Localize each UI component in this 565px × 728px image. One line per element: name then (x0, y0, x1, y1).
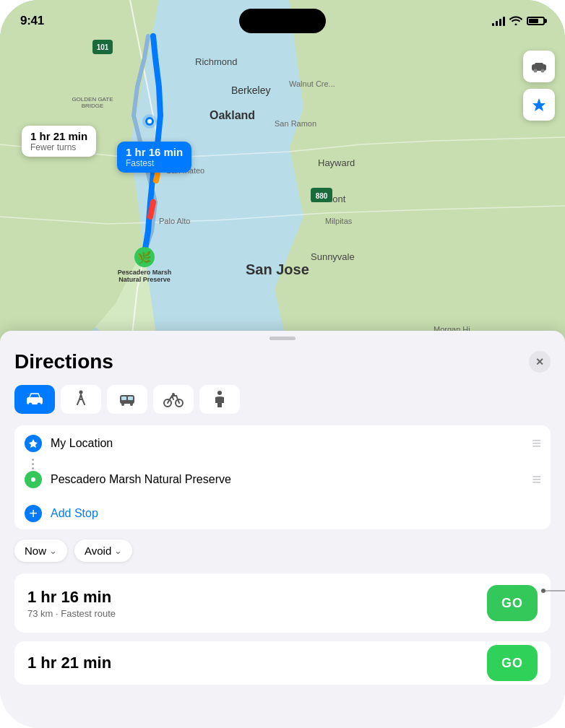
route-label-slower[interactable]: 1 hr 21 min Fewer turns (22, 126, 96, 157)
svg-text:Pescadero Marsh: Pescadero Marsh (118, 269, 172, 276)
origin-drag-handle[interactable]: ≡ (532, 436, 540, 451)
route-card-1-info: 1 hr 16 min 73 km · Fastest route (27, 588, 116, 619)
svg-text:Sunnyvale: Sunnyvale (311, 251, 355, 262)
annotation-line (543, 584, 565, 598)
battery-icon (527, 17, 545, 25)
phone-frame: 9:41 (0, 0, 565, 728)
go-label-2: GO (501, 656, 523, 671)
svg-text:San Ramon: San Ramon (275, 119, 316, 128)
svg-text:880: 880 (316, 192, 328, 200)
svg-text:Hayward: Hayward (318, 157, 355, 168)
filter-avoid-label: Avoid (85, 545, 111, 557)
filter-avoid-button[interactable]: Avoid ⌄ (74, 540, 132, 562)
add-stop-icon: + (25, 505, 42, 522)
destination-row[interactable]: Pescadero Marsh Natural Preserve ≡ (14, 462, 551, 498)
svg-text:Walnut Cre...: Walnut Cre... (289, 79, 335, 88)
destination-drag-handle[interactable]: ≡ (532, 472, 540, 488)
tab-cycle[interactable] (153, 385, 194, 414)
svg-text:Oakland: Oakland (210, 109, 255, 121)
dynamic-island (239, 9, 326, 33)
route-1-duration: 1 hr 16 min (27, 588, 116, 607)
tab-transit[interactable] (107, 385, 147, 414)
svg-point-46 (31, 477, 35, 482)
sheet-content: Directions ✕ (0, 340, 565, 685)
route-slower-desc: Fewer turns (30, 142, 87, 152)
directions-title: Directions (14, 350, 113, 373)
svg-text:GOLDEN GATE: GOLDEN GATE (72, 96, 113, 103)
svg-point-33 (29, 403, 33, 407)
signal-bars-icon (492, 16, 505, 26)
route-fastest-desc: Fastest (126, 158, 183, 168)
go-button-2[interactable]: GO (487, 645, 538, 681)
tab-rideshare[interactable] (199, 385, 240, 414)
map-location-button[interactable] (523, 89, 555, 121)
map-controls (523, 51, 555, 121)
transport-tabs (14, 385, 551, 414)
route-card-2[interactable]: 1 hr 21 min GO (14, 641, 551, 685)
filter-row: Now ⌄ Avoid ⌄ (14, 540, 551, 562)
svg-text:BRIDGE: BRIDGE (82, 103, 104, 109)
status-icons (492, 15, 545, 27)
wifi-icon (509, 15, 522, 27)
route-card-1[interactable]: 1 hr 16 min 73 km · Fastest route GO (14, 573, 551, 633)
destination-icon (25, 471, 42, 488)
route-1-details: 73 km · Fastest route (27, 608, 116, 619)
svg-text:Richmond: Richmond (195, 56, 238, 67)
go-label-1: GO (501, 596, 523, 611)
filter-now-chevron: ⌄ (49, 545, 57, 556)
svg-point-35 (79, 391, 83, 394)
route-label-fastest[interactable]: 1 hr 16 min Fastest (117, 142, 191, 173)
route-2-duration: 1 hr 21 min (27, 654, 111, 672)
status-time: 9:41 (20, 14, 44, 28)
origin-text: My Location (51, 437, 526, 450)
origin-row[interactable]: My Location ≡ (14, 425, 551, 462)
svg-rect-37 (121, 396, 126, 400)
route-fastest-time: 1 hr 16 min (126, 146, 183, 158)
destination-text: Pescadero Marsh Natural Preserve (51, 473, 526, 486)
route-inputs: My Location ≡ (14, 425, 551, 529)
close-button[interactable]: ✕ (529, 351, 551, 373)
svg-point-31 (541, 69, 545, 73)
svg-rect-38 (128, 396, 133, 400)
svg-text:101: 101 (97, 43, 109, 51)
origin-icon (25, 435, 42, 452)
add-stop-text: Add Stop (51, 507, 98, 520)
route-slower-time: 1 hr 21 min (30, 130, 87, 142)
svg-point-39 (121, 403, 124, 406)
tab-walk[interactable] (61, 385, 101, 414)
svg-point-34 (38, 403, 41, 407)
close-icon: ✕ (535, 356, 544, 368)
filter-now-label: Now (25, 545, 46, 557)
route-card-2-info: 1 hr 21 min (27, 654, 111, 672)
svg-point-30 (534, 69, 538, 73)
svg-point-40 (130, 403, 133, 406)
svg-point-23 (147, 119, 152, 124)
svg-point-48 (541, 589, 545, 593)
svg-point-43 (172, 393, 175, 396)
map-background: Richmond Berkeley Walnut Cre... Oakland … (0, 0, 565, 354)
map-drive-mode-button[interactable] (523, 51, 555, 82)
filter-now-button[interactable]: Now ⌄ (14, 540, 67, 562)
sheet-header: Directions ✕ (14, 350, 551, 373)
svg-text:🌿: 🌿 (137, 251, 152, 264)
svg-text:San Jose: San Jose (246, 261, 309, 277)
svg-rect-29 (535, 63, 543, 66)
tab-drive[interactable] (14, 385, 55, 414)
add-stop-row[interactable]: + Add Stop (14, 498, 551, 529)
svg-text:Palo Alto: Palo Alto (159, 217, 190, 225)
svg-text:Berkeley: Berkeley (231, 84, 270, 96)
svg-point-44 (217, 391, 222, 395)
bottom-sheet: Directions ✕ (0, 331, 565, 728)
svg-text:Natural Preserve: Natural Preserve (118, 276, 171, 283)
filter-avoid-chevron: ⌄ (114, 545, 122, 556)
map-area[interactable]: Richmond Berkeley Walnut Cre... Oakland … (0, 0, 565, 354)
go-button-1[interactable]: GO (487, 585, 538, 621)
svg-text:Milpitas: Milpitas (325, 217, 353, 225)
